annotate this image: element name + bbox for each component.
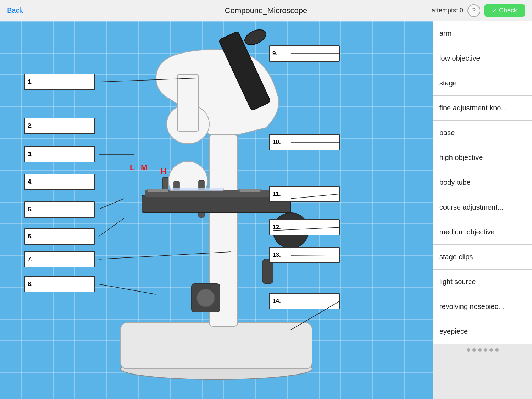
diagram-area: L M H 1. 2. 3. 4. 5. 6. 7. 8. 9. [0, 21, 433, 399]
label-box-7[interactable]: 7. [24, 251, 95, 267]
label-box-12[interactable]: 12. [269, 219, 340, 235]
label-box-13[interactable]: 13. [269, 247, 340, 263]
check-button[interactable]: Check [484, 4, 525, 17]
term-light-source[interactable]: light source [433, 270, 532, 294]
label-H: H [161, 167, 166, 176]
term-course-adjustment[interactable]: course adjustment... [433, 195, 532, 220]
svg-rect-15 [239, 189, 261, 192]
label-box-11[interactable]: 11. [269, 186, 340, 202]
term-stage-clips[interactable]: stage clips [433, 245, 532, 270]
svg-rect-14 [147, 189, 168, 192]
svg-rect-12 [142, 195, 291, 213]
label-box-8[interactable]: 8. [24, 276, 95, 292]
label-box-10[interactable]: 10. [269, 134, 340, 150]
term-revolving-nosepiece[interactable]: revolving nosepiec... [433, 294, 532, 319]
svg-point-4 [242, 27, 268, 48]
term-body-tube[interactable]: body tube [433, 170, 532, 195]
term-medium-objective[interactable]: medium objective [433, 220, 532, 245]
svg-rect-6 [177, 74, 199, 131]
page-title: Compound_Microscope [225, 6, 307, 15]
terms-panel: arm low objective stage fine adjustment … [433, 21, 532, 399]
term-eyepiece[interactable]: eyepiece [433, 319, 532, 344]
dot-2 [472, 348, 476, 352]
term-stage[interactable]: stage [433, 71, 532, 96]
label-box-4[interactable]: 4. [24, 174, 95, 190]
term-low-objective[interactable]: low objective [433, 46, 532, 71]
label-box-6[interactable]: 6. [24, 228, 95, 245]
label-M: M [141, 163, 147, 172]
dot-4 [484, 348, 487, 352]
attempts-label: attempts: 0 [432, 7, 463, 14]
dot-5 [489, 348, 493, 352]
back-button[interactable]: Back [7, 6, 23, 15]
term-base[interactable]: base [433, 121, 532, 145]
pagination-dots [433, 344, 532, 356]
label-box-9[interactable]: 9. [269, 45, 340, 62]
main-area: L M H 1. 2. 3. 4. 5. 6. 7. 8. 9. [0, 21, 532, 399]
label-box-2[interactable]: 2. [24, 118, 95, 134]
dot-1 [467, 348, 470, 352]
label-box-1[interactable]: 1. [24, 74, 95, 90]
header: Back Compound_Microscope attempts: 0 ? C… [0, 0, 532, 21]
term-fine-adjustment-knob[interactable]: fine adjustment kno... [433, 96, 532, 121]
dot-6 [495, 348, 499, 352]
svg-rect-20 [170, 188, 223, 191]
label-box-3[interactable]: 3. [24, 146, 95, 162]
help-button[interactable]: ? [467, 4, 480, 17]
dot-3 [478, 348, 482, 352]
label-box-14[interactable]: 14. [269, 293, 340, 309]
label-L: L [130, 163, 134, 172]
term-arm[interactable]: arm [433, 21, 532, 46]
svg-point-19 [197, 289, 215, 307]
term-high-objective[interactable]: high objective [433, 145, 532, 170]
svg-rect-1 [121, 323, 312, 369]
label-box-5[interactable]: 5. [24, 201, 95, 218]
header-right-controls: attempts: 0 ? Check [432, 4, 525, 17]
